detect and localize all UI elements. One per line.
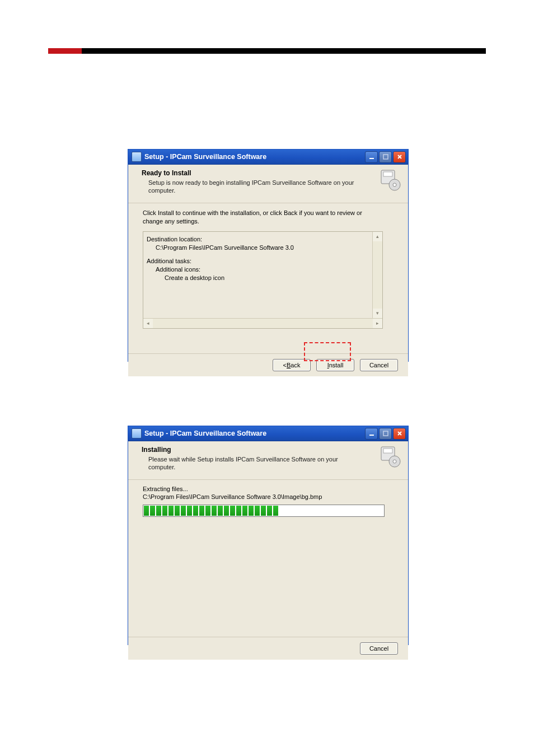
progress-segment: [255, 506, 260, 516]
svg-point-7: [393, 183, 396, 186]
progress-segment: [193, 506, 198, 516]
progress-segment: [162, 506, 167, 516]
setup-disk-icon: [379, 446, 401, 468]
minimize-button[interactable]: [365, 428, 378, 440]
maximize-icon: [383, 431, 388, 436]
progress-segment: [144, 506, 149, 516]
close-icon: [397, 431, 402, 436]
app-icon: [132, 428, 142, 438]
scroll-up-icon[interactable]: ▴: [373, 232, 382, 241]
svg-rect-13: [383, 449, 392, 453]
rule-black: [82, 48, 486, 54]
dest-value: C:\Program Files\IPCam Surveillance Soft…: [147, 244, 372, 252]
header-title: Ready to Install: [142, 169, 376, 177]
svg-rect-8: [369, 435, 374, 436]
desktop-icon-task: Create a desktop icon: [147, 274, 372, 282]
header-pane: Installing Please wait while Setup insta…: [128, 441, 408, 480]
progress-segment: [230, 506, 235, 516]
progress-segment: [150, 506, 155, 516]
progress-segment: [168, 506, 174, 516]
header-title: Installing: [142, 446, 376, 454]
close-button[interactable]: [393, 428, 406, 440]
tasks-label: Additional tasks:: [147, 257, 372, 265]
titlebar-title: Setup - IPCam Surveillance Software: [144, 430, 365, 437]
svg-rect-5: [383, 172, 392, 176]
titlebar[interactable]: Setup - IPCam Surveillance Software: [128, 426, 408, 441]
setup-disk-icon: [379, 169, 401, 192]
minimize-icon: [369, 431, 374, 436]
setup-dialog-installing: Setup - IPCam Surveillance Software Inst…: [128, 426, 409, 645]
svg-rect-1: [383, 155, 388, 159]
scroll-left-icon[interactable]: ◂: [143, 319, 153, 328]
extracting-label: Extracting files...: [143, 486, 398, 492]
progress-segment: [224, 506, 229, 516]
page-top-rule: [48, 48, 486, 54]
back-button[interactable]: < Back: [273, 359, 311, 371]
progress-segment: [242, 506, 247, 516]
svg-rect-0: [369, 158, 374, 159]
horizontal-scrollbar[interactable]: ◂ ▸: [143, 318, 382, 328]
body-pane: Click Install to continue with the insta…: [128, 203, 408, 353]
vertical-scrollbar[interactable]: ▴ ▾: [372, 232, 382, 318]
progress-segment: [267, 506, 272, 516]
progress-segment: [205, 506, 210, 516]
progress-segment: [199, 506, 204, 516]
minimize-button[interactable]: [365, 151, 378, 163]
close-icon: [397, 154, 402, 160]
progress-segment: [261, 506, 266, 516]
instruction-text: Click Install to continue with the insta…: [143, 209, 378, 226]
progress-segment: [212, 506, 217, 516]
scroll-right-icon[interactable]: ▸: [373, 319, 382, 328]
header-pane: Ready to Install Setup is now ready to b…: [128, 165, 408, 203]
progress-bar: [143, 505, 385, 517]
titlebar-title: Setup - IPCam Surveillance Software: [144, 153, 365, 161]
header-subtitle: Please wait while Setup installs IPCam S…: [148, 455, 355, 472]
scroll-down-icon[interactable]: ▾: [373, 309, 382, 318]
dest-label: Destination location:: [147, 235, 372, 244]
maximize-icon: [383, 154, 388, 160]
svg-rect-9: [383, 431, 388, 436]
progress-segment: [273, 506, 278, 516]
summary-box: Destination location: C:\Program Files\I…: [143, 231, 383, 329]
maximize-button: [379, 151, 392, 163]
install-button[interactable]: Install: [316, 359, 354, 371]
progress-segment: [175, 506, 180, 516]
setup-dialog-ready: Setup - IPCam Surveillance Software Read…: [128, 149, 409, 362]
icons-label: Additional icons:: [147, 265, 372, 274]
cancel-button[interactable]: Cancel: [360, 359, 398, 371]
cancel-button[interactable]: Cancel: [360, 642, 398, 655]
svg-point-15: [393, 460, 396, 463]
titlebar[interactable]: Setup - IPCam Surveillance Software: [128, 150, 408, 165]
header-subtitle: Setup is now ready to begin installing I…: [148, 179, 355, 195]
minimize-icon: [369, 154, 374, 160]
progress-segment: [236, 506, 241, 516]
footer-pane: < Back Install Cancel: [128, 353, 408, 376]
rule-red: [48, 48, 82, 54]
progress-segment: [156, 506, 161, 516]
window-controls: [365, 151, 406, 163]
progress-segment: [187, 506, 192, 516]
progress-segment: [249, 506, 254, 516]
body-pane: Extracting files... C:\Program Files\IPC…: [128, 480, 408, 637]
extracting-path: C:\Program Files\IPCam Surveillance Soft…: [143, 493, 398, 500]
progress-segment: [218, 506, 223, 516]
progress-segment: [181, 506, 186, 516]
app-icon: [132, 152, 142, 162]
footer-pane: Cancel: [128, 637, 408, 660]
window-controls: [365, 428, 406, 440]
close-button[interactable]: [393, 151, 406, 163]
maximize-button: [379, 428, 392, 440]
